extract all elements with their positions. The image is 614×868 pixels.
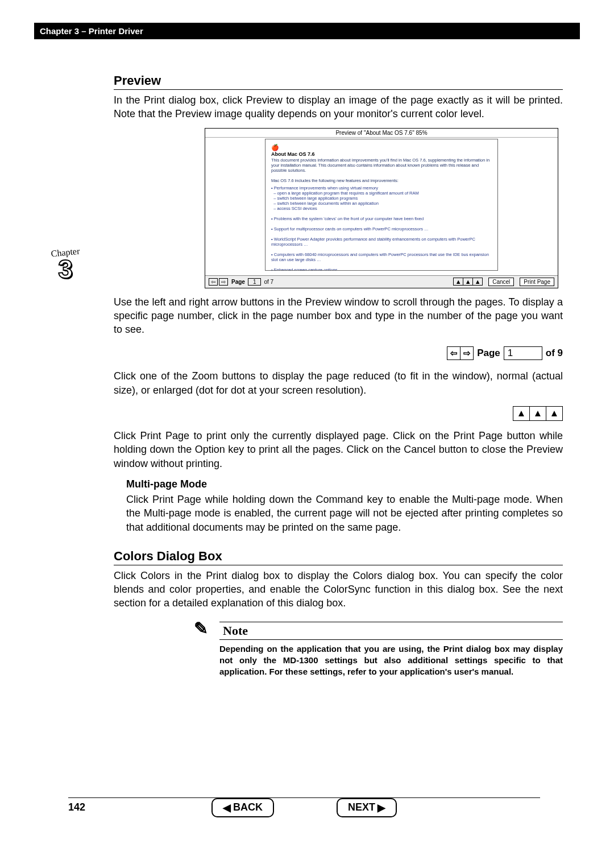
page-number: 142: [68, 801, 85, 813]
chapter-header: Chapter 3 – Printer Driver: [34, 23, 580, 39]
back-label: BACK: [233, 801, 263, 813]
page-prev-icon[interactable]: ⇦: [447, 347, 460, 359]
prev-page-arrow-icon[interactable]: ⇦: [209, 278, 218, 286]
note-label: Note: [219, 622, 563, 640]
chapter-tab: Chapter 3: [45, 247, 85, 296]
page-of-label: of 7: [264, 279, 273, 285]
cancel-button[interactable]: Cancel: [488, 278, 514, 286]
page-number-input[interactable]: 1: [504, 346, 542, 360]
preview-doc-heading: About Mac OS 7.6: [271, 151, 315, 157]
zoom-reduce-icon[interactable]: ▲: [513, 407, 529, 420]
preview-window: Preview of "About Mac OS 7.6" 85% 🍎 Abou…: [205, 128, 558, 288]
preview-doc-text1: This document provides information about…: [271, 158, 489, 173]
next-arrow-icon: ▶: [377, 801, 385, 814]
preview-doc-text2: Mac OS 7.6 includes the following new fe…: [271, 178, 399, 183]
zoom-text: Click one of the Zoom buttons to display…: [114, 369, 563, 397]
zoom-control[interactable]: ▲ ▲ ▲: [513, 406, 563, 421]
page-number-field[interactable]: 1: [248, 278, 262, 286]
zoom-in-icon[interactable]: ▲: [472, 278, 482, 285]
zoom-buttons[interactable]: ▲ ▲ ▲: [453, 278, 483, 286]
colors-heading: Colors Dialog Box: [114, 549, 563, 565]
zoom-normal-icon[interactable]: ▲: [463, 278, 472, 285]
next-button[interactable]: NEXT ▶: [337, 798, 397, 817]
next-label: NEXT: [348, 801, 375, 813]
zoom-out-icon[interactable]: ▲: [454, 278, 463, 285]
page-of: of 9: [546, 348, 563, 359]
note-icon: ✎: [188, 617, 214, 640]
preview-heading: Preview: [114, 73, 563, 90]
preview-window-title: Preview of "About Mac OS 7.6" 85%: [205, 129, 558, 138]
preview-navigation-text: Use the left and right arrow buttons in …: [114, 295, 563, 337]
multipage-heading: Multi-page Mode: [126, 478, 563, 490]
zoom-enlarge-icon[interactable]: ▲: [546, 407, 562, 420]
preview-document-area: 🍎 About Mac OS 7.6 This document provide…: [265, 139, 498, 271]
chapter-tab-number: 3: [45, 258, 85, 281]
page-label: Page: [477, 348, 500, 359]
page-next-icon[interactable]: ⇨: [460, 347, 473, 359]
note-text: Depending on the application that you ar…: [219, 643, 563, 678]
preview-window-footer: ⇦ ⇨ Page 1 of 7 ▲ ▲ ▲ Cancel Print Page: [205, 275, 558, 288]
preview-intro: In the Print dialog box, click Preview t…: [114, 93, 563, 121]
page-label: Page: [231, 279, 245, 285]
zoom-actual-icon[interactable]: ▲: [529, 407, 546, 420]
note-block: ✎ Note Depending on the application that…: [188, 617, 563, 678]
page-navigator: ⇦ ⇨ Page 1 of 9: [447, 346, 563, 360]
multipage-text: Click Print Page while holding down the …: [126, 493, 563, 534]
print-page-button[interactable]: Print Page: [520, 278, 554, 286]
page-footer: 142 ◀ BACK NEXT ▶: [68, 797, 540, 813]
back-button[interactable]: ◀ BACK: [211, 798, 274, 817]
colors-text: Click Colors in the Print dialog box to …: [114, 569, 563, 610]
print-page-text: Click Print Page to print only the curre…: [114, 429, 563, 470]
back-arrow-icon: ◀: [223, 801, 231, 814]
next-page-arrow-icon[interactable]: ⇨: [219, 278, 228, 286]
